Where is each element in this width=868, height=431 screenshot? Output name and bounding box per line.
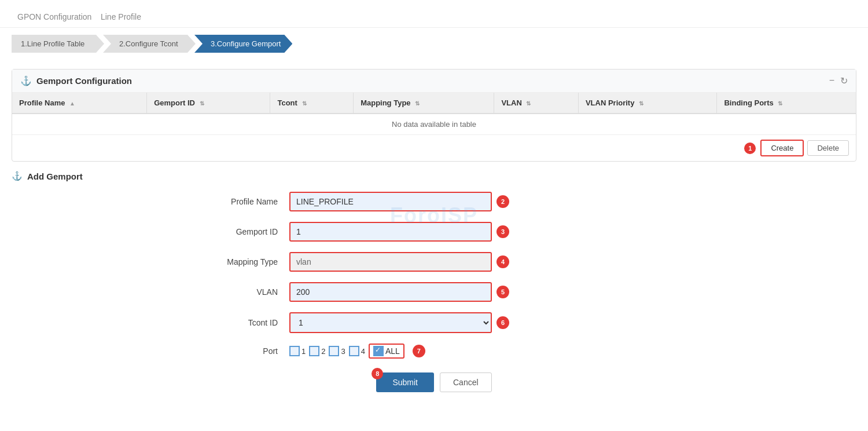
page-header: GPON Configuration Line Profile [0,0,868,28]
create-button[interactable]: Create [760,140,804,156]
tcont-id-row: Tcont ID 1 2 3 4 6 [174,312,694,333]
port-3-label: 3 [341,347,345,356]
mapping-type-field-wrap: 4 [289,252,509,272]
sort-icon-profile: ▲ [69,100,75,107]
step-2[interactable]: 2.Configure Tcont [103,35,196,53]
section-controls: − ↻ [829,75,848,86]
profile-name-input[interactable] [289,192,492,211]
gemport-id-badge: 3 [496,225,509,238]
col-gemport-id[interactable]: Gemport ID ⇅ [147,93,270,114]
step-1[interactable]: 1.Line Profile Table [12,35,104,53]
port-4-checkbox[interactable] [349,346,359,356]
port-2-label: 2 [321,347,325,356]
cancel-button[interactable]: Cancel [440,372,492,392]
port-checkboxes: 1 2 3 4 ALL 7 [289,344,425,359]
port-2-checkbox[interactable] [309,346,319,356]
add-anchor-icon: ⚓ [12,171,23,181]
port-1-label: 1 [301,347,306,356]
port-all-box: ALL [369,344,404,359]
col-vlan-priority[interactable]: VLAN Priority ⇅ [578,93,717,114]
vlan-badge: 5 [496,286,509,298]
add-gemport-title: ⚓ Add Gemport [12,171,856,181]
vlan-field-wrap: 5 [289,282,509,302]
col-profile-name[interactable]: Profile Name ▲ [12,93,147,114]
add-gemport-section: ⚓ Add Gemport Profile Name 2 Gemport ID … [12,171,856,392]
gemport-id-input[interactable] [289,222,492,242]
col-vlan-label: VLAN [501,98,521,107]
col-binding-ports[interactable]: Binding Ports ⇅ [717,93,856,114]
step-1-label: 1.Line Profile Table [21,39,84,48]
no-data-text: No data available in table [12,114,856,134]
port-1-item: 1 [289,346,306,356]
steps-bar: 1.Line Profile Table 2.Configure Tcont 3… [0,28,868,60]
col-mapping-type-label: Mapping Type [361,98,410,107]
profile-name-row: Profile Name 2 [174,192,694,211]
col-tcont-label: Tcont [277,98,297,107]
col-mapping-type[interactable]: Mapping Type ⇅ [354,93,494,114]
port-1-checkbox[interactable] [289,346,300,356]
anchor-icon: ⚓ [20,75,32,86]
port-all-checkbox[interactable] [373,346,384,356]
vlan-label: VLAN [174,287,289,297]
profile-name-badge: 2 [496,195,509,208]
mapping-type-badge: 4 [496,255,509,268]
port-4-item: 4 [349,346,365,356]
port-badge: 7 [413,345,425,357]
add-gemport-title-text: Add Gemport [27,171,83,181]
vlan-input[interactable] [289,282,492,302]
gemport-id-field-wrap: 3 [289,222,509,242]
col-tcont[interactable]: Tcont ⇅ [270,93,354,114]
mapping-type-row: Mapping Type 4 [174,252,694,272]
port-2-item: 2 [309,346,325,356]
section-title-text: Gemport Configuration [36,76,132,86]
no-data-row: No data available in table [12,114,856,134]
section-header: ⚓ Gemport Configuration − ↻ [12,70,856,93]
vlan-row: VLAN 5 [174,282,694,302]
profile-name-label: Profile Name [174,197,289,206]
create-badge: 1 [744,143,756,154]
port-3-checkbox[interactable] [329,346,339,356]
collapse-button[interactable]: − [829,75,834,86]
port-label: Port [174,346,289,356]
step-2-label: 2.Configure Tcont [119,39,178,48]
tcont-id-badge: 6 [496,316,509,329]
submit-label: Submit [392,378,418,387]
step-3[interactable]: 3.Configure Gemport [194,35,292,53]
submit-badge: 8 [372,368,383,379]
port-3-item: 3 [329,346,345,356]
sort-icon-vlan-priority: ⇅ [639,100,643,107]
port-all-label: ALL [385,346,400,356]
col-vlan-priority-label: VLAN Priority [586,98,635,107]
gemport-id-label: Gemport ID [174,227,289,236]
table-header-row: Profile Name ▲ Gemport ID ⇅ Tcont ⇅ Mapp… [12,93,856,114]
profile-name-field-wrap: 2 [289,192,509,211]
form-actions: 8 Submit Cancel [174,372,694,392]
sort-icon-vlan: ⇅ [526,100,531,107]
col-vlan[interactable]: VLAN ⇅ [494,93,579,114]
submit-button[interactable]: 8 Submit [376,372,434,392]
port-4-label: 4 [361,347,365,356]
sort-icon-binding: ⇅ [778,100,782,107]
refresh-button[interactable]: ↻ [840,75,848,86]
table-actions: 1 Create Delete [12,134,856,161]
sort-icon-gemport: ⇅ [200,100,204,107]
gemport-id-row: Gemport ID 3 [174,222,694,242]
mapping-type-input[interactable] [289,252,492,272]
gemport-config-section: ⚓ Gemport Configuration − ↻ Profile Name… [12,69,856,162]
tcont-id-field-wrap: 1 2 3 4 6 [289,312,509,333]
section-title: ⚓ Gemport Configuration [20,75,132,86]
page-subtitle: Line Profile [101,12,141,21]
gemport-table: Profile Name ▲ Gemport ID ⇅ Tcont ⇅ Mapp… [12,93,856,134]
port-row: Port 1 2 3 4 [174,344,694,359]
col-gemport-id-label: Gemport ID [154,98,195,107]
delete-button[interactable]: Delete [807,140,849,156]
tcont-id-select[interactable]: 1 2 3 4 [289,312,492,333]
add-gemport-form: Profile Name 2 Gemport ID 3 Mapping Type… [174,192,694,392]
col-binding-ports-label: Binding Ports [724,98,773,107]
mapping-type-label: Mapping Type [174,257,289,266]
tcont-id-label: Tcont ID [174,318,289,327]
sort-icon-mapping: ⇅ [415,100,420,107]
sort-icon-tcont: ⇅ [302,100,307,107]
step-3-label: 3.Configure Gemport [211,39,281,48]
page-title: GPON Configuration [17,12,91,21]
